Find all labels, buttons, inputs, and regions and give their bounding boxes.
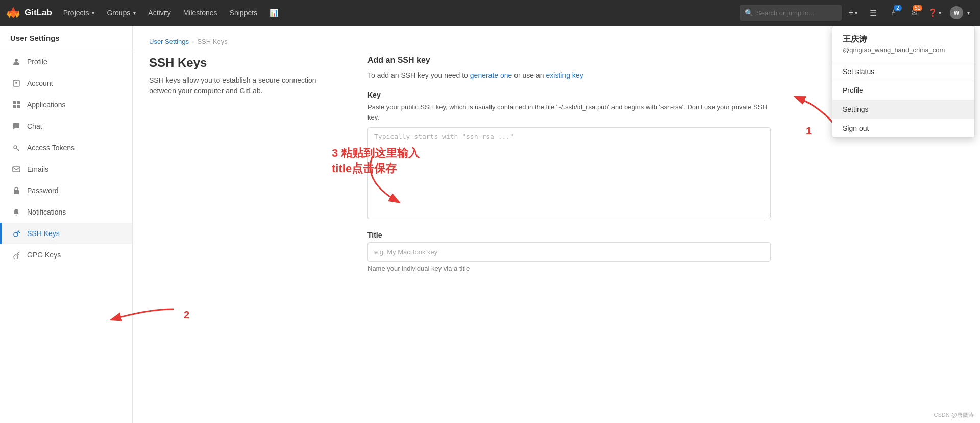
- help-icon: ❓: [928, 8, 938, 17]
- existing-key-link[interactable]: existing key: [546, 71, 583, 79]
- sidebar-item-access-tokens[interactable]: Access Tokens: [0, 137, 132, 158]
- sidebar-item-notifications-label: Notifications: [27, 208, 66, 216]
- svg-point-7: [14, 146, 17, 149]
- key-hint: Paste your public SSH key, which is usua…: [368, 102, 771, 122]
- svg-rect-9: [14, 190, 19, 194]
- dropdown-email: @qingtao_wang_hand_china_com: [843, 46, 964, 54]
- sidebar-item-emails[interactable]: Emails: [0, 158, 132, 180]
- generate-one-link[interactable]: generate one: [470, 71, 512, 79]
- key-form-group: Key Paste your public SSH key, which is …: [368, 91, 771, 221]
- title-form-group: Title Name your individual key via a tit…: [368, 231, 771, 272]
- sidebar-title: User Settings: [0, 26, 132, 51]
- key-icon: [12, 143, 21, 152]
- dropdown-profile[interactable]: Profile: [832, 81, 974, 100]
- gitlab-logo-text: GitLab: [24, 8, 52, 18]
- lock-icon: [12, 186, 21, 195]
- sidebar-item-ssh-keys-label: SSH Keys: [27, 229, 60, 238]
- svg-rect-3: [13, 101, 16, 104]
- key-label: Key: [368, 91, 771, 99]
- svg-point-2: [15, 82, 17, 84]
- title-input[interactable]: [368, 242, 771, 262]
- sidebar-item-profile-label: Profile: [27, 58, 47, 66]
- sidebar-item-profile[interactable]: Profile: [0, 51, 132, 73]
- ssh-key-icon: [12, 229, 21, 238]
- sidebar-item-gpg-keys-label: GPG Keys: [27, 251, 61, 259]
- account-icon: [12, 79, 21, 88]
- user-dropdown-menu: 王庆涛 @qingtao_wang_hand_china_com Set sta…: [832, 26, 975, 138]
- sidebar-item-chat-label: Chat: [27, 122, 42, 130]
- help-button[interactable]: ❓ ▾: [925, 4, 944, 22]
- sidebar: User Settings Profile Account Applicatio…: [0, 26, 133, 423]
- sidebar-item-account-label: Account: [27, 79, 53, 87]
- search-input[interactable]: [756, 9, 828, 17]
- page-description: SSH keys allow you to establish a secure…: [149, 75, 343, 97]
- plus-icon: +: [848, 8, 854, 18]
- breadcrumb-current: SSH Keys: [197, 38, 227, 45]
- add-key-description: To add an SSH key you need to generate o…: [368, 70, 771, 81]
- issue-count-badge: 51: [913, 5, 922, 11]
- gitlab-logo[interactable]: GitLab: [6, 6, 52, 20]
- search-bar[interactable]: 🔍: [740, 5, 842, 21]
- chart-icon: 📊: [270, 9, 278, 17]
- svg-rect-5: [13, 105, 16, 108]
- todo-button[interactable]: ☰: [864, 4, 883, 22]
- avatar: W: [950, 6, 963, 19]
- sidebar-item-gpg-keys[interactable]: GPG Keys: [0, 244, 132, 266]
- envelope-icon: [12, 165, 21, 174]
- sidebar-item-notifications[interactable]: Notifications: [0, 201, 132, 223]
- sidebar-item-applications-label: Applications: [27, 101, 66, 109]
- sidebar-item-ssh-keys[interactable]: SSH Keys: [0, 223, 132, 244]
- sidebar-item-access-tokens-label: Access Tokens: [27, 144, 75, 152]
- bell-icon: [12, 207, 21, 217]
- sidebar-item-emails-label: Emails: [27, 165, 48, 173]
- add-key-title: Add an SSH key: [368, 56, 771, 65]
- chevron-down-icon: ▾: [855, 10, 857, 16]
- nav-groups[interactable]: Groups ▾: [102, 0, 141, 26]
- grid-icon: [12, 100, 21, 109]
- chevron-down-icon: ▾: [92, 10, 94, 16]
- watermark: CSDN @唐微涛: [934, 411, 974, 419]
- sidebar-item-account[interactable]: Account: [0, 73, 132, 94]
- breadcrumb-separator: ›: [192, 38, 194, 45]
- chat-icon: [12, 122, 21, 131]
- merge-requests-button[interactable]: ⑃ 2: [885, 4, 903, 22]
- nav-projects[interactable]: Projects ▾: [58, 0, 100, 26]
- form-section: Add an SSH key To add an SSH key you nee…: [368, 56, 771, 283]
- title-hint: Name your individual key via a title: [368, 265, 771, 272]
- sidebar-item-applications[interactable]: Applications: [0, 94, 132, 115]
- gpg-key-icon: [12, 250, 21, 260]
- breadcrumb-parent[interactable]: User Settings: [149, 38, 189, 45]
- nav-snippets[interactable]: Snippets: [225, 0, 262, 26]
- sidebar-item-chat[interactable]: Chat: [0, 115, 132, 137]
- svg-point-0: [15, 59, 18, 62]
- left-column: SSH Keys SSH keys allow you to establish…: [149, 56, 343, 109]
- merge-count-badge: 2: [894, 5, 902, 11]
- todo-icon: ☰: [870, 8, 877, 18]
- svg-rect-6: [17, 105, 20, 108]
- top-navigation: GitLab Projects ▾ Groups ▾ Activity Mile…: [0, 0, 980, 26]
- nav-chart-icon[interactable]: 📊: [264, 0, 283, 26]
- key-textarea[interactable]: [368, 127, 771, 219]
- search-icon: 🔍: [745, 9, 753, 17]
- svg-rect-4: [17, 101, 20, 104]
- page-title: SSH Keys: [149, 56, 343, 70]
- dropdown-sign-out[interactable]: Sign out: [832, 119, 974, 137]
- nav-milestones[interactable]: Milestones: [178, 0, 223, 26]
- title-label: Title: [368, 231, 771, 239]
- dropdown-settings[interactable]: Settings: [832, 100, 974, 119]
- issues-button[interactable]: ✉ 51: [905, 4, 923, 22]
- sidebar-item-password[interactable]: Password: [0, 180, 132, 201]
- chevron-down-icon: ▾: [133, 10, 136, 16]
- svg-rect-8: [13, 167, 20, 172]
- dropdown-set-status[interactable]: Set status: [832, 62, 974, 81]
- chevron-down-icon: ▾: [939, 10, 941, 16]
- nav-activity[interactable]: Activity: [143, 0, 176, 26]
- user-icon: [12, 57, 21, 66]
- sidebar-item-password-label: Password: [27, 186, 58, 195]
- dropdown-username: 王庆涛: [843, 34, 964, 45]
- dropdown-user-info: 王庆涛 @qingtao_wang_hand_china_com: [832, 26, 974, 62]
- add-button[interactable]: + ▾: [844, 4, 862, 22]
- user-menu-button[interactable]: W ▾: [946, 4, 974, 22]
- chevron-down-icon: ▾: [967, 10, 970, 16]
